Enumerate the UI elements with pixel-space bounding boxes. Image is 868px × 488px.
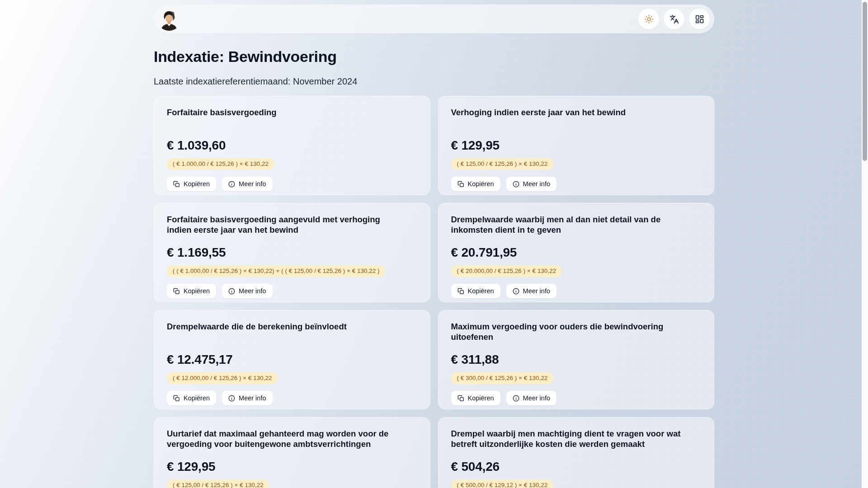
more-info-button[interactable]: Meer info [506, 284, 557, 298]
info-icon [228, 395, 235, 402]
info-icon [228, 181, 235, 188]
info-icon [513, 181, 519, 188]
card-value: € 129,95 [167, 460, 417, 474]
copy-icon [458, 181, 464, 188]
indexation-card: Forfaitaire basisvergoeding € 1.039,60 (… [154, 96, 430, 195]
card-title: Uurtarief dat maximaal gehanteerd mag wo… [167, 429, 405, 450]
copy-button-label: Kopiëren [184, 287, 210, 295]
more-info-button-label: Meer info [523, 180, 550, 188]
language-switcher-button[interactable] [664, 9, 684, 29]
copy-button[interactable]: Kopiëren [451, 177, 500, 191]
more-info-button[interactable]: Meer info [222, 391, 272, 405]
scrollbar-thumb[interactable] [863, 2, 867, 161]
info-icon [513, 288, 519, 295]
more-info-button[interactable]: Meer info [222, 284, 272, 298]
copy-button[interactable]: Kopiëren [167, 177, 216, 191]
info-icon [513, 395, 519, 402]
apps-menu-button[interactable] [689, 9, 710, 29]
more-info-button-label: Meer info [239, 180, 266, 188]
card-title: Verhoging indien eerste jaar van het bew… [451, 108, 689, 128]
copy-button-label: Kopiëren [468, 394, 494, 402]
card-actions: Kopiëren Meer info [451, 284, 702, 298]
indexation-card: Drempelwaarde die de berekening beïnvloe… [154, 310, 430, 409]
copy-button[interactable]: Kopiëren [451, 391, 500, 405]
copy-icon [458, 395, 464, 402]
more-info-button-label: Meer info [523, 287, 550, 295]
formula-badge: ( € 125,00 / € 125,26 ) × € 130,22 [167, 479, 269, 488]
copy-button-label: Kopiëren [468, 287, 494, 295]
formula-badge: ( € 12.000,00 / € 125,26 ) × € 130,22 [167, 372, 278, 384]
indexation-card: Maximum vergoeding voor ouders die bewin… [438, 310, 715, 409]
avatar[interactable] [157, 7, 181, 31]
card-actions: Kopiëren Meer info [167, 391, 417, 405]
card-value: € 504,26 [451, 460, 702, 474]
more-info-button-label: Meer info [239, 394, 266, 402]
copy-button-label: Kopiëren [184, 394, 210, 402]
formula-badge: ( € 500,00 / € 129,12 ) × € 130,22 [451, 479, 554, 488]
copy-icon [173, 395, 180, 402]
topbar-actions [638, 9, 710, 29]
formula-badge: ( € 125,00 / € 125,26 ) × € 130,22 [451, 158, 554, 170]
theme-toggle-button[interactable] [638, 9, 659, 29]
card-actions: Kopiëren Meer info [451, 391, 702, 405]
formula-badge: ( ( € 1.000,00 / € 125,26 ) × € 130,22) … [167, 265, 385, 277]
scrollbar-track[interactable] [862, 0, 868, 488]
card-title: Drempelwaarde die de berekening beïnvloe… [167, 322, 405, 343]
card-title: Forfaitaire basisvergoeding aangevuld me… [167, 215, 405, 235]
sun-icon [644, 14, 654, 24]
copy-icon [173, 181, 180, 188]
card-actions: Kopiëren Meer info [167, 284, 417, 298]
copy-button-label: Kopiëren [184, 180, 210, 188]
card-actions: Kopiëren Meer info [451, 177, 702, 191]
more-info-button[interactable]: Meer info [506, 177, 557, 191]
card-value: € 12.475,17 [167, 352, 417, 367]
top-bar [154, 5, 714, 33]
indexation-card: Drempel waarbij men machtiging dient te … [438, 417, 715, 488]
card-value: € 1.169,55 [167, 245, 417, 260]
info-icon [228, 288, 235, 295]
copy-icon [173, 288, 180, 295]
indexation-card: Uurtarief dat maximaal gehanteerd mag wo… [154, 417, 430, 488]
copy-button[interactable]: Kopiëren [167, 284, 216, 298]
card-title: Drempelwaarde waarbij men al dan niet de… [451, 215, 689, 235]
more-info-button[interactable]: Meer info [222, 177, 272, 191]
copy-icon [458, 288, 464, 295]
copy-button[interactable]: Kopiëren [451, 284, 500, 298]
card-value: € 129,95 [451, 138, 702, 153]
card-value: € 20.791,95 [451, 245, 702, 260]
indexation-card: Drempelwaarde waarbij men al dan niet de… [438, 203, 715, 302]
cards-grid: Forfaitaire basisvergoeding € 1.039,60 (… [154, 96, 714, 488]
avatar-illustration [157, 7, 181, 31]
card-value: € 311,88 [451, 352, 702, 367]
copy-button-label: Kopiëren [468, 180, 494, 188]
page-container: Indexatie: Bewindvoering Laatste indexat… [154, 0, 714, 488]
more-info-button-label: Meer info [239, 287, 266, 295]
dashboard-icon [695, 14, 704, 24]
formula-badge: ( € 300,00 / € 125,26 ) × € 130,22 [451, 372, 554, 384]
indexation-card: Verhoging indien eerste jaar van het bew… [438, 96, 715, 195]
card-title: Forfaitaire basisvergoeding [167, 108, 405, 128]
more-info-button-label: Meer info [523, 394, 550, 402]
more-info-button[interactable]: Meer info [506, 391, 557, 405]
formula-badge: ( € 1.000,00 / € 125,26 ) × € 130,22 [167, 158, 274, 170]
formula-badge: ( € 20.000,00 / € 125,26 ) × € 130,22 [451, 265, 562, 277]
card-title: Drempel waarbij men machtiging dient te … [451, 429, 689, 450]
copy-button[interactable]: Kopiëren [167, 391, 216, 405]
translate-icon [670, 14, 679, 24]
card-actions: Kopiëren Meer info [167, 177, 417, 191]
indexation-card: Forfaitaire basisvergoeding aangevuld me… [154, 203, 430, 302]
page-title: Indexatie: Bewindvoering [154, 48, 714, 66]
card-title: Maximum vergoeding voor ouders die bewin… [451, 322, 689, 343]
card-value: € 1.039,60 [167, 138, 417, 153]
page-subtitle: Laatste indexatiereferentiemaand: Novemb… [154, 76, 714, 87]
